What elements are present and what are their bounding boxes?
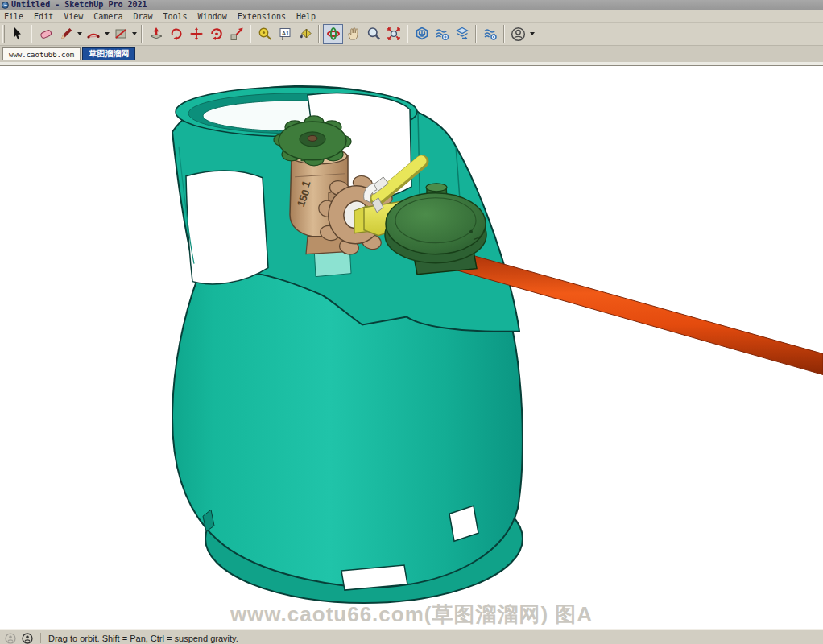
text-tool-label: A1	[282, 30, 289, 37]
move-tool-button[interactable]	[186, 24, 206, 44]
sandbox-contours-button[interactable]	[432, 24, 452, 44]
follow-me-tool-button[interactable]	[166, 24, 186, 44]
title-bar: Untitled - SketchUp Pro 2021	[0, 0, 823, 10]
scale-icon	[230, 27, 244, 41]
zoom-tool-button[interactable]	[363, 24, 383, 44]
toolbar: A1	[0, 23, 823, 46]
scale-tool-button[interactable]	[226, 24, 246, 44]
toolbar-separator	[250, 25, 251, 43]
paint-bucket-icon	[298, 27, 312, 41]
push-pull-tool-button[interactable]	[146, 24, 166, 44]
menu-help[interactable]: Help	[296, 12, 316, 21]
paint-bucket-tool-button[interactable]	[295, 24, 315, 44]
sandbox-contours-icon	[435, 27, 449, 41]
rectangle-tool-button[interactable]	[110, 24, 130, 44]
menu-edit[interactable]: Edit	[34, 12, 53, 21]
orbit-icon	[326, 27, 341, 41]
status-divider	[40, 633, 41, 643]
menu-tools[interactable]: Tools	[163, 12, 188, 21]
text-icon: A1	[278, 27, 292, 41]
arc-tool-chevron-down-icon[interactable]	[103, 24, 110, 44]
account-button[interactable]	[508, 24, 528, 44]
arc-icon	[86, 27, 101, 41]
collar-window-left	[186, 171, 268, 284]
eraser-tool-button[interactable]	[35, 24, 56, 44]
toolbar-separator	[475, 25, 477, 43]
menu-draw[interactable]: Draw	[133, 12, 152, 21]
line-tool-chevron-down-icon[interactable]	[76, 24, 83, 44]
pan-hand-icon	[346, 27, 361, 41]
viewport-canvas[interactable]: 1 150	[0, 65, 823, 629]
pan-tool-button[interactable]	[343, 24, 363, 44]
move-icon	[189, 27, 204, 41]
warehouse-download-icon	[415, 27, 429, 41]
rectangle-tool-chevron-down-icon[interactable]	[130, 24, 138, 44]
rotate-icon	[209, 27, 224, 41]
push-pull-icon	[149, 27, 163, 41]
zoom-extents-tool-button[interactable]	[383, 24, 403, 44]
zoom-icon	[366, 27, 381, 41]
model-scene[interactable]: 1 150	[0, 66, 823, 629]
menu-camera[interactable]: Camera	[93, 12, 122, 21]
sandbox-settings-button[interactable]	[480, 24, 500, 44]
menu-bar: File Edit View Camera Draw Tools Window …	[0, 10, 823, 23]
menu-file[interactable]: File	[4, 12, 23, 21]
credits-icon[interactable]	[22, 633, 33, 644]
window-title: Untitled - SketchUp Pro 2021	[11, 1, 147, 9]
scene-tab-site[interactable]: www.caotu66.com	[2, 47, 81, 60]
account-chevron-down-icon[interactable]	[528, 24, 536, 44]
share-layers-icon	[455, 27, 469, 41]
line-tool-button[interactable]	[56, 24, 76, 44]
account-icon	[511, 27, 526, 42]
text-tool-button[interactable]: A1	[275, 24, 295, 44]
rotate-tool-button[interactable]	[206, 24, 226, 44]
toolbar-separator	[31, 25, 32, 43]
sketchup-logo-icon	[2, 2, 9, 9]
scene-tab-active[interactable]: 草图溜溜网	[82, 47, 135, 60]
viewport-watermark: www.caotu66.com(草图溜溜网) 图A	[230, 601, 593, 629]
share-layers-button[interactable]	[452, 24, 472, 44]
orbit-tool-button[interactable]	[323, 24, 343, 44]
eraser-icon	[39, 27, 53, 41]
rectangle-icon	[114, 27, 128, 41]
zoom-extents-icon	[387, 27, 401, 41]
menu-window[interactable]: Window	[198, 12, 227, 21]
toolbar-separator	[141, 25, 143, 43]
sketchup-window: Untitled - SketchUp Pro 2021 File Edit V…	[0, 0, 823, 644]
tape-measure-icon	[258, 27, 272, 41]
follow-me-icon	[169, 27, 184, 41]
scene-tab-strip: www.caotu66.com 草图溜溜网	[0, 46, 823, 63]
status-bar: Drag to orbit. Shift = Pan, Ctrl = suspe…	[0, 629, 823, 644]
select-icon	[10, 27, 25, 41]
select-tool-button[interactable]	[7, 24, 27, 44]
sandbox-settings-icon	[483, 27, 498, 41]
menu-view[interactable]: View	[64, 12, 83, 21]
pencil-icon	[59, 27, 73, 41]
menu-extensions[interactable]: Extensions	[238, 12, 286, 21]
geolocation-icon[interactable]	[5, 633, 16, 644]
toolbar-separator	[503, 25, 505, 43]
toolbar-separator	[318, 25, 320, 43]
arc-tool-button[interactable]	[83, 24, 103, 44]
toolbar-grip[interactable]	[2, 25, 5, 43]
warehouse-download-button[interactable]	[412, 24, 432, 44]
toolbar-separator	[407, 25, 408, 43]
status-hint: Drag to orbit. Shift = Pan, Ctrl = suspe…	[48, 634, 238, 643]
tape-measure-tool-button[interactable]	[254, 24, 275, 44]
